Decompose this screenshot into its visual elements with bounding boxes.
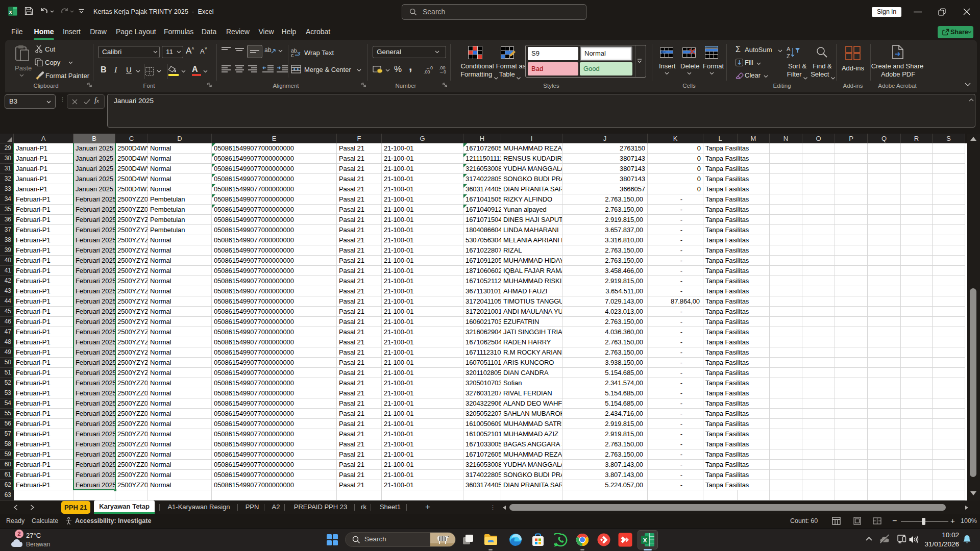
svg-text:ab: ab [264,46,272,54]
svg-text:.00: .00 [424,69,430,73]
svg-text:A: A [787,46,791,52]
svg-text:→0: →0 [439,69,446,73]
svg-text:c: c [291,52,293,57]
svg-text:Z: Z [787,53,790,59]
svg-text:x: x [9,9,12,15]
svg-text:X: X [643,537,647,543]
